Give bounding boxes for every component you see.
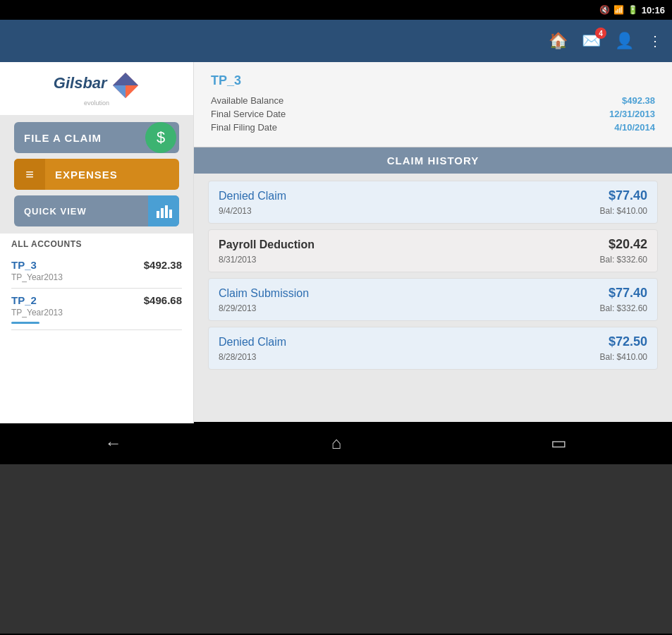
available-balance-value: $492.38 — [622, 95, 655, 106]
claim-bal-1: Bal: $410.00 — [600, 206, 647, 216]
dollar-icon: $ — [145, 122, 176, 153]
claim-date-3: 8/29/2013 — [219, 303, 256, 313]
claim-amount-4: $72.50 — [609, 334, 647, 349]
home-button[interactable]: ⌂ — [310, 426, 363, 460]
account-name-tp3: TP_3 — [11, 259, 37, 271]
expenses-button[interactable]: ≡ EXPENSES — [14, 159, 179, 190]
account-header-name: TP_3 — [211, 73, 655, 88]
accounts-section: ALL ACCOUNTS TP_3 $492.38 TP_Year2013 TP… — [0, 234, 193, 423]
svg-marker-3 — [113, 85, 126, 98]
logo-area: Gilsbar evolution — [0, 62, 193, 115]
home-icon[interactable]: 🏠 — [549, 32, 568, 50]
account-sub-tp3: TP_Year2013 — [11, 272, 182, 282]
quick-view-label: QUICK VIEW — [14, 206, 148, 217]
logo-subtitle: evolution — [54, 99, 140, 107]
messages-icon[interactable]: ✉️ 4 — [582, 32, 601, 50]
final-filing-date-label: Final Filing Date — [211, 122, 277, 133]
claim-type-4: Denied Claim — [219, 336, 286, 349]
wifi-icon: 📶 — [613, 5, 624, 15]
app-header: 🏠 ✉️ 4 👤 ⋮ — [0, 20, 672, 62]
profile-icon[interactable]: 👤 — [615, 32, 634, 50]
mute-icon: 🔇 — [599, 5, 610, 15]
logo-name: Gilsbar — [54, 74, 107, 92]
claim-amount-1: $77.40 — [609, 188, 647, 203]
claim-history-header: CLAIM HISTORY — [194, 147, 672, 174]
svg-rect-4 — [157, 211, 159, 218]
logo-text-group: Gilsbar evolution — [54, 71, 140, 107]
svg-marker-2 — [126, 85, 138, 98]
below-app-area — [0, 464, 672, 634]
claim-list: Denied Claim $77.40 9/4/2013 Bal: $410.0… — [194, 174, 672, 422]
claim-date-1: 9/4/2013 — [219, 206, 252, 216]
file-claim-button[interactable]: FILE A CLAIM $ — [14, 122, 179, 153]
recent-button[interactable]: ▭ — [530, 426, 588, 460]
svg-rect-6 — [165, 205, 168, 218]
final-filing-date-row: Final Filing Date 4/10/2014 — [211, 122, 655, 133]
accounts-label: ALL ACCOUNTS — [11, 239, 182, 249]
chart-icon — [148, 195, 179, 226]
claim-item-1[interactable]: Denied Claim $77.40 9/4/2013 Bal: $410.0… — [208, 181, 658, 224]
claim-item-4[interactable]: Denied Claim $72.50 8/28/2013 Bal: $410.… — [208, 327, 658, 370]
expenses-label: EXPENSES — [45, 169, 179, 181]
available-balance-label: Available Balance — [211, 95, 283, 106]
account-balance-tp3: $492.38 — [144, 259, 182, 271]
battery-icon: 🔋 — [628, 5, 638, 15]
final-service-date-label: Final Service Date — [211, 109, 286, 119]
claim-type-3: Claim Submission — [219, 287, 309, 300]
claim-type-2: Payroll Deduction — [219, 238, 314, 251]
receipt-icon: ≡ — [14, 159, 45, 190]
svg-marker-1 — [113, 73, 138, 85]
account-name-tp2: TP_2 — [11, 294, 37, 306]
claim-amount-3: $77.40 — [609, 286, 647, 301]
quick-view-button[interactable]: QUICK VIEW — [14, 195, 179, 226]
claim-bal-2: Bal: $332.60 — [600, 255, 647, 265]
messages-badge: 4 — [595, 28, 606, 39]
claim-date-2: 8/31/2013 — [219, 255, 256, 265]
main-content: Gilsbar evolution FILE A CLAIM $ ≡ EXP — [0, 62, 672, 422]
account-header: TP_3 Available Balance $492.38 Final Ser… — [194, 62, 672, 147]
claim-bal-3: Bal: $332.60 — [600, 303, 647, 313]
claim-item-3[interactable]: Claim Submission $77.40 8/29/2013 Bal: $… — [208, 278, 658, 321]
claim-type-1: Denied Claim — [219, 190, 286, 202]
account-sub-tp2: TP_Year2013 — [11, 308, 182, 318]
available-balance-row: Available Balance $492.38 — [211, 95, 655, 106]
account-item-tp3[interactable]: TP_3 $492.38 TP_Year2013 — [11, 253, 182, 289]
scroll-indicator — [11, 322, 39, 324]
nav-buttons: FILE A CLAIM $ ≡ EXPENSES QUICK VIEW — [0, 115, 193, 234]
final-filing-date-value: 4/10/2014 — [614, 122, 655, 133]
bar-chart-icon — [155, 204, 172, 218]
final-service-date-value: 12/31/2013 — [609, 109, 655, 119]
back-button[interactable]: ← — [84, 426, 143, 460]
svg-rect-7 — [169, 210, 172, 218]
account-balance-tp2: $496.68 — [144, 294, 182, 306]
right-panel: TP_3 Available Balance $492.38 Final Ser… — [194, 62, 672, 422]
logo-diamond-icon — [111, 71, 140, 99]
final-service-date-row: Final Service Date 12/31/2013 — [211, 109, 655, 119]
status-time: 10:16 — [642, 5, 665, 16]
claim-amount-2: $20.42 — [609, 237, 647, 252]
nav-bar: ← ⌂ ▭ — [0, 422, 672, 464]
status-icons: 🔇 📶 🔋 10:16 — [599, 5, 665, 16]
claim-item-2[interactable]: Payroll Deduction $20.42 8/31/2013 Bal: … — [208, 229, 658, 272]
more-icon[interactable]: ⋮ — [648, 32, 662, 49]
status-bar: 🔇 📶 🔋 10:16 — [0, 0, 672, 20]
svg-rect-5 — [161, 208, 164, 218]
claim-bal-4: Bal: $410.00 — [600, 352, 647, 362]
claim-date-4: 8/28/2013 — [219, 352, 256, 362]
account-item-tp2[interactable]: TP_2 $496.68 TP_Year2013 — [11, 289, 182, 330]
file-claim-label: FILE A CLAIM — [14, 132, 142, 144]
sidebar: Gilsbar evolution FILE A CLAIM $ ≡ EXP — [0, 62, 194, 423]
